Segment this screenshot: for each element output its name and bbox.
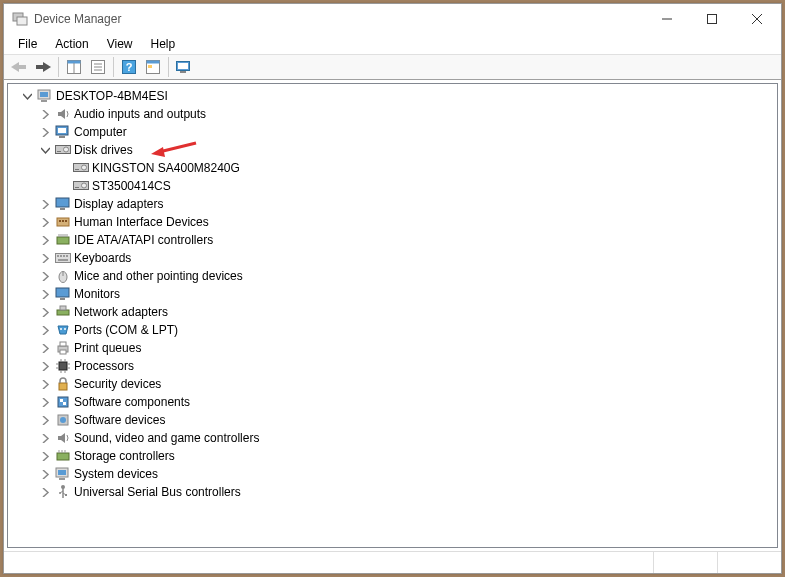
tree-label: Security devices (74, 375, 161, 393)
display-icon (55, 196, 71, 212)
tree-label: Universal Serial Bus controllers (74, 483, 241, 501)
tree-node-storage[interactable]: Storage controllers (8, 447, 777, 465)
status-segment (717, 552, 777, 573)
spacer (56, 161, 70, 175)
show-hide-console-button[interactable] (63, 56, 85, 78)
properties-button[interactable] (87, 56, 109, 78)
collapse-icon[interactable] (38, 143, 52, 157)
expand-icon[interactable] (38, 287, 52, 301)
expand-icon[interactable] (38, 377, 52, 391)
expand-icon[interactable] (38, 485, 52, 499)
tree-label: Audio inputs and outputs (74, 105, 206, 123)
tree-node-printq[interactable]: Print queues (8, 339, 777, 357)
tree-label: Sound, video and game controllers (74, 429, 259, 447)
tree-node-sw-components[interactable]: Software components (8, 393, 777, 411)
expand-icon[interactable] (38, 269, 52, 283)
tree-label: Software devices (74, 411, 165, 429)
expand-icon[interactable] (38, 251, 52, 265)
tree-label: Mice and other pointing devices (74, 267, 243, 285)
storage-icon (55, 448, 71, 464)
tree-node-keyboards[interactable]: Keyboards (8, 249, 777, 267)
tree-node-sound[interactable]: Sound, video and game controllers (8, 429, 777, 447)
tree-node-ports[interactable]: Ports (COM & LPT) (8, 321, 777, 339)
tree-label: Human Interface Devices (74, 213, 209, 231)
tree-node-audio[interactable]: Audio inputs and outputs (8, 105, 777, 123)
expand-icon[interactable] (38, 107, 52, 121)
software-icon (55, 394, 71, 410)
svg-rect-55 (58, 259, 68, 261)
expand-icon[interactable] (38, 215, 52, 229)
keyboard-icon (55, 250, 71, 266)
svg-rect-28 (59, 136, 65, 138)
tree-node-hid[interactable]: Human Interface Devices (8, 213, 777, 231)
forward-button[interactable] (32, 56, 54, 78)
menu-view[interactable]: View (99, 35, 141, 53)
tree-node-security[interactable]: Security devices (8, 375, 777, 393)
svg-rect-59 (60, 298, 65, 300)
expand-icon[interactable] (38, 467, 52, 481)
svg-rect-27 (58, 128, 66, 133)
expand-icon[interactable] (38, 359, 52, 373)
menu-file[interactable]: File (10, 35, 45, 53)
expand-icon[interactable] (38, 305, 52, 319)
collapse-icon[interactable] (20, 89, 34, 103)
disk-icon (73, 178, 89, 194)
svg-point-81 (60, 417, 66, 423)
svg-rect-41 (59, 220, 61, 222)
window-title: Device Manager (34, 12, 644, 26)
scan-hardware-button[interactable] (142, 56, 164, 78)
menu-action[interactable]: Action (47, 35, 96, 53)
svg-rect-79 (63, 402, 66, 405)
expand-icon[interactable] (38, 125, 52, 139)
network-icon (55, 304, 71, 320)
tree-node-sw-devices[interactable]: Software devices (8, 411, 777, 429)
expand-icon[interactable] (38, 197, 52, 211)
help-button[interactable]: ? (118, 56, 140, 78)
tree-node-monitors[interactable]: Monitors (8, 285, 777, 303)
tree-node-disk-drives[interactable]: Disk drives (8, 141, 777, 159)
device-tree[interactable]: DESKTOP-4BM4ESI Audio inputs and outputs… (7, 83, 778, 548)
svg-rect-1 (17, 17, 27, 25)
tree-node-ide[interactable]: IDE ATA/ATAPI controllers (8, 231, 777, 249)
svg-rect-78 (60, 399, 63, 402)
svg-rect-76 (59, 383, 67, 390)
tree-leaf-disk-2[interactable]: ST3500414CS (8, 177, 777, 195)
tree-node-computer[interactable]: Computer (8, 123, 777, 141)
expand-icon[interactable] (38, 233, 52, 247)
svg-rect-53 (63, 255, 65, 257)
tree-leaf-disk-1[interactable]: KINGSTON SA400M8240G (8, 159, 777, 177)
tree-node-display[interactable]: Display adapters (8, 195, 777, 213)
expand-icon[interactable] (38, 323, 52, 337)
svg-point-30 (64, 147, 69, 152)
maximize-button[interactable] (689, 5, 734, 34)
tree-label: Monitors (74, 285, 120, 303)
software-device-icon (55, 412, 71, 428)
tree-root[interactable]: DESKTOP-4BM4ESI (8, 87, 777, 105)
tree-node-usb[interactable]: Universal Serial Bus controllers (8, 483, 777, 501)
expand-icon[interactable] (38, 395, 52, 409)
tree-node-network[interactable]: Network adapters (8, 303, 777, 321)
expand-icon[interactable] (38, 449, 52, 463)
minimize-button[interactable] (644, 5, 689, 34)
expand-icon[interactable] (38, 341, 52, 355)
tree-label: Ports (COM & LPT) (74, 321, 178, 339)
computer-icon (37, 88, 53, 104)
sound-icon (55, 430, 71, 446)
svg-rect-61 (60, 306, 66, 310)
tree-label: ST3500414CS (92, 177, 171, 195)
system-icon (55, 466, 71, 482)
tree-node-mice[interactable]: Mice and other pointing devices (8, 267, 777, 285)
tree-node-processors[interactable]: Processors (8, 357, 777, 375)
svg-rect-39 (60, 208, 65, 210)
menu-help[interactable]: Help (143, 35, 184, 53)
expand-icon[interactable] (38, 431, 52, 445)
devices-button[interactable] (173, 56, 195, 78)
tree-node-system[interactable]: System devices (8, 465, 777, 483)
toolbar: ? (4, 54, 781, 80)
tree-label: Storage controllers (74, 447, 175, 465)
back-button[interactable] (8, 56, 30, 78)
svg-rect-31 (57, 151, 61, 152)
close-button[interactable] (734, 5, 779, 34)
expand-icon[interactable] (38, 413, 52, 427)
svg-rect-19 (148, 65, 152, 68)
